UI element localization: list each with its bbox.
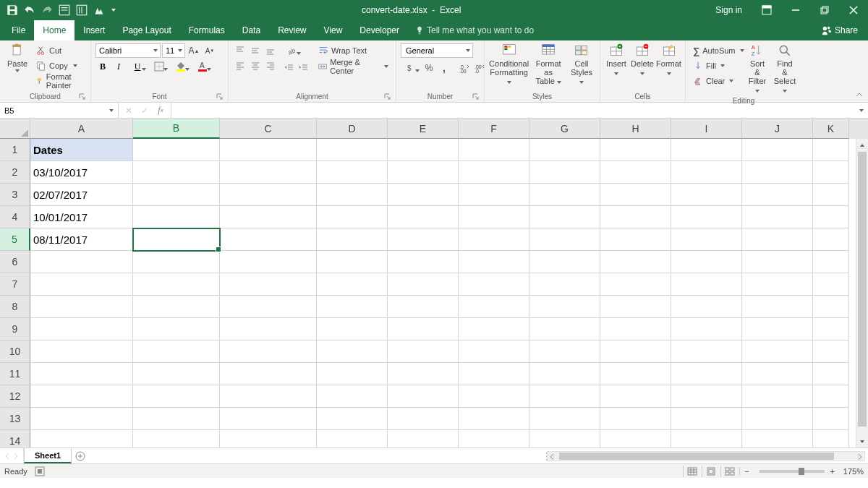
tab-data[interactable]: Data: [234, 20, 269, 40]
row-header-3[interactable]: 3: [0, 184, 30, 206]
cell-C12[interactable]: [220, 385, 317, 408]
cell-J7[interactable]: [742, 273, 813, 296]
cell-J13[interactable]: [742, 408, 813, 430]
insert-function-icon[interactable]: fx: [153, 105, 168, 116]
format-painter-button[interactable]: Format Painter: [33, 74, 86, 88]
cell-I10[interactable]: [671, 341, 742, 363]
cell-E7[interactable]: [388, 273, 459, 296]
dialog-launcher-icon[interactable]: [384, 93, 391, 100]
minimize-icon[interactable]: [781, 0, 810, 20]
autosum-button[interactable]: ∑AutoSum: [690, 43, 742, 58]
cell-I8[interactable]: [671, 296, 742, 318]
increase-decimal-icon[interactable]: .0.00: [457, 61, 472, 75]
decrease-indent-icon[interactable]: [282, 61, 297, 75]
row-header-8[interactable]: 8: [0, 296, 30, 318]
cell-C9[interactable]: [220, 318, 317, 341]
cell-J6[interactable]: [742, 251, 813, 273]
align-left-icon[interactable]: [233, 59, 247, 73]
cell-B7[interactable]: [133, 273, 220, 296]
cell-A8[interactable]: [30, 296, 133, 318]
scroll-down-icon[interactable]: [856, 435, 868, 448]
cell-F14[interactable]: [459, 430, 529, 448]
name-box[interactable]: B5: [0, 103, 119, 118]
cell-J1[interactable]: [742, 139, 813, 161]
cell-H1[interactable]: [600, 139, 671, 161]
decrease-font-icon[interactable]: A▼: [203, 43, 217, 58]
cell-C13[interactable]: [220, 408, 317, 430]
cell-B6[interactable]: [133, 251, 220, 273]
row-header-11[interactable]: 11: [0, 363, 30, 385]
cell-G14[interactable]: [529, 430, 600, 448]
tab-developer[interactable]: Developer: [351, 20, 408, 40]
cell-styles-button[interactable]: CellStyles: [566, 42, 597, 87]
tab-page-layout[interactable]: Page Layout: [114, 20, 179, 40]
row-header-4[interactable]: 4: [0, 206, 30, 228]
cell-A9[interactable]: [30, 318, 133, 341]
borders-button[interactable]: [149, 59, 169, 74]
column-header-F[interactable]: F: [459, 119, 529, 139]
cell-I5[interactable]: [671, 228, 742, 251]
cell-A1[interactable]: Dates: [30, 139, 133, 161]
copy-button[interactable]: Copy: [33, 59, 86, 73]
cell-C11[interactable]: [220, 363, 317, 385]
cell-F1[interactable]: [459, 139, 529, 161]
tab-review[interactable]: Review: [269, 20, 315, 40]
sort-filter-button[interactable]: AZ Sort &Filter: [744, 42, 771, 95]
cell-K11[interactable]: [813, 363, 849, 385]
cell-G10[interactable]: [529, 341, 600, 363]
column-header-G[interactable]: G: [529, 119, 600, 139]
cell-G9[interactable]: [529, 318, 600, 341]
cell-H10[interactable]: [600, 341, 671, 363]
cell-H13[interactable]: [600, 408, 671, 430]
cell-H9[interactable]: [600, 318, 671, 341]
dialog-launcher-icon[interactable]: [79, 93, 86, 100]
tab-home[interactable]: Home: [34, 20, 75, 40]
row-header-13[interactable]: 13: [0, 408, 30, 430]
number-format-select[interactable]: General: [401, 43, 473, 58]
paste-button[interactable]: Paste: [3, 42, 32, 74]
cell-A3[interactable]: 02/07/2017: [30, 184, 133, 206]
cell-F9[interactable]: [459, 318, 529, 341]
cell-G11[interactable]: [529, 363, 600, 385]
cell-B10[interactable]: [133, 341, 220, 363]
column-header-J[interactable]: J: [742, 119, 813, 139]
cell-F8[interactable]: [459, 296, 529, 318]
cell-A10[interactable]: [30, 341, 133, 363]
cell-B3[interactable]: [133, 184, 220, 206]
cell-G12[interactable]: [529, 385, 600, 408]
cell-E6[interactable]: [388, 251, 459, 273]
vscroll-thumb[interactable]: [858, 152, 867, 427]
view-page-break-icon[interactable]: [720, 466, 738, 477]
cell-K13[interactable]: [813, 408, 849, 430]
row-header-7[interactable]: 7: [0, 273, 30, 296]
column-header-A[interactable]: A: [30, 119, 133, 139]
cell-C14[interactable]: [220, 430, 317, 448]
cell-E14[interactable]: [388, 430, 459, 448]
cell-G7[interactable]: [529, 273, 600, 296]
cell-B14[interactable]: [133, 430, 220, 448]
cell-D6[interactable]: [317, 251, 388, 273]
horizontal-scrollbar[interactable]: [547, 451, 865, 461]
cell-K6[interactable]: [813, 251, 849, 273]
column-header-C[interactable]: C: [220, 119, 317, 139]
cell-J12[interactable]: [742, 385, 813, 408]
tab-insert[interactable]: Insert: [75, 20, 114, 40]
cell-H8[interactable]: [600, 296, 671, 318]
cell-F4[interactable]: [459, 206, 529, 228]
accounting-format-button[interactable]: $: [401, 61, 421, 75]
align-bottom-icon[interactable]: [263, 43, 278, 58]
cell-B11[interactable]: [133, 363, 220, 385]
bold-button[interactable]: B: [95, 59, 110, 74]
save-icon[interactable]: [6, 4, 19, 17]
cell-C10[interactable]: [220, 341, 317, 363]
comma-button[interactable]: ,: [437, 61, 451, 75]
cell-K7[interactable]: [813, 273, 849, 296]
scroll-up-icon[interactable]: [856, 139, 868, 151]
collapse-ribbon-icon[interactable]: [855, 90, 864, 99]
cell-C7[interactable]: [220, 273, 317, 296]
cell-F6[interactable]: [459, 251, 529, 273]
cell-D11[interactable]: [317, 363, 388, 385]
tab-file[interactable]: File: [3, 20, 34, 40]
cell-K3[interactable]: [813, 184, 849, 206]
cell-G5[interactable]: [529, 228, 600, 251]
